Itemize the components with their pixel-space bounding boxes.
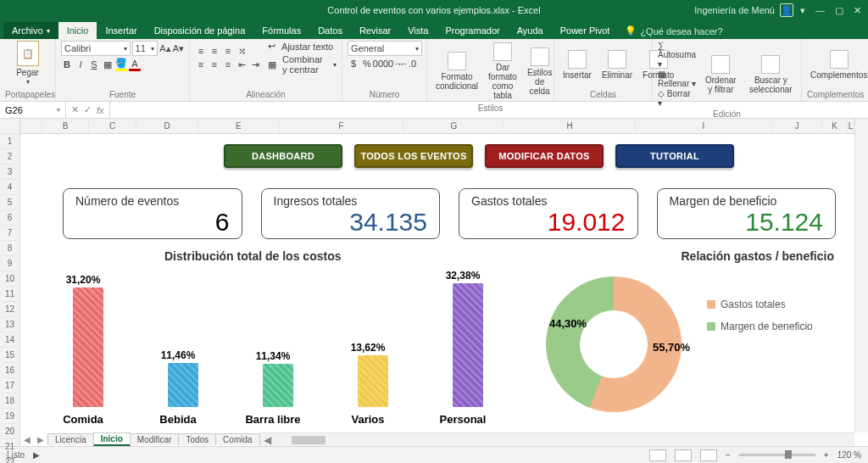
sheet-nav-next[interactable]: ▶ xyxy=(34,435,47,444)
tell-me[interactable]: 💡 ¿Qué desea hacer? xyxy=(618,23,729,39)
align-center-icon[interactable]: ≡ xyxy=(209,59,220,70)
cell-styles-button[interactable]: Estilos de celda xyxy=(524,46,555,98)
thousands-icon[interactable]: 000 xyxy=(375,58,387,70)
col-header[interactable]: K xyxy=(822,119,848,133)
italic-button[interactable]: I xyxy=(75,59,86,70)
tab-file[interactable]: Archivo▾ xyxy=(3,22,58,39)
zoom-out-button[interactable]: − xyxy=(726,450,731,460)
col-header[interactable] xyxy=(20,119,42,133)
percent-icon[interactable]: % xyxy=(361,58,373,70)
sheet-tab-comida[interactable]: Comida xyxy=(215,433,259,445)
nav-tutorial-button[interactable]: TUTORIAL xyxy=(615,144,734,168)
col-header[interactable]: D xyxy=(136,119,198,133)
tab-formulas[interactable]: Fórmulas xyxy=(253,22,309,39)
align-middle-icon[interactable]: ≡ xyxy=(209,45,220,57)
row-header[interactable]: 17 xyxy=(0,378,19,393)
decrease-decimal-icon[interactable]: ←.0 xyxy=(402,58,414,70)
tab-programador[interactable]: Programador xyxy=(437,22,508,39)
tab-datos[interactable]: Datos xyxy=(309,22,351,39)
font-size-combo[interactable]: 11▾ xyxy=(132,41,159,56)
align-right-icon[interactable]: ≡ xyxy=(222,59,234,70)
increase-font-icon[interactable]: A▴ xyxy=(159,42,170,54)
select-all-corner[interactable] xyxy=(0,119,19,134)
sheet-tab-todos[interactable]: Todos xyxy=(178,433,216,445)
ribbon-options-icon[interactable]: ▾ xyxy=(800,5,805,16)
row-header[interactable]: 12 xyxy=(0,302,19,317)
row-header[interactable]: 6 xyxy=(0,210,19,226)
insert-cells-button[interactable]: Insertar xyxy=(559,48,595,81)
align-top-icon[interactable]: ≡ xyxy=(195,45,207,57)
merge-center-button[interactable]: ▦ Combinar y centrar ▾ xyxy=(268,54,337,75)
close-icon[interactable]: ✕ xyxy=(854,5,861,16)
nav-todos-button[interactable]: TODOS LOS EVENTOS xyxy=(354,144,473,168)
tab-insertar[interactable]: Insertar xyxy=(97,22,145,39)
bold-button[interactable]: B xyxy=(61,59,73,70)
tab-vista[interactable]: Vista xyxy=(399,22,437,39)
tab-ayuda[interactable]: Ayuda xyxy=(509,22,552,39)
col-header[interactable]: H xyxy=(504,119,636,133)
tab-inicio[interactable]: Inicio xyxy=(58,22,97,39)
paste-icon[interactable]: 📋 xyxy=(17,41,39,66)
row-header[interactable]: 3 xyxy=(0,165,19,180)
clear-button[interactable]: ◇ Borrar ▾ xyxy=(658,89,696,108)
row-header[interactable]: 10 xyxy=(0,271,19,287)
fill-color-button[interactable]: 🪣 xyxy=(115,58,127,71)
row-header[interactable]: 7 xyxy=(0,226,19,241)
autosum-button[interactable]: ∑ Autosuma ▾ xyxy=(658,41,696,69)
align-bottom-icon[interactable]: ≡ xyxy=(222,45,234,57)
sort-filter-button[interactable]: Ordenar y filtrar xyxy=(701,53,741,96)
row-header[interactable]: 4 xyxy=(0,180,19,195)
orientation-icon[interactable]: ⤭ xyxy=(236,45,248,57)
find-select-button[interactable]: Buscar y seleccionar xyxy=(746,53,796,96)
increase-decimal-icon[interactable]: .0→ xyxy=(388,58,400,70)
nav-modificar-button[interactable]: MODIFICAR DATOS xyxy=(485,144,604,168)
row-headers[interactable]: 12345678910111213141516171819202122 xyxy=(0,119,20,446)
indent-decrease-icon[interactable]: ⇤ xyxy=(236,59,248,70)
border-button[interactable]: ▦ xyxy=(102,59,114,70)
row-header[interactable]: 2 xyxy=(0,149,19,165)
zoom-in-button[interactable]: + xyxy=(824,450,829,460)
row-header[interactable]: 1 xyxy=(0,134,19,149)
col-header[interactable]: F xyxy=(280,119,404,133)
col-header[interactable]: L xyxy=(848,119,854,133)
col-header[interactable]: C xyxy=(89,119,136,133)
row-header[interactable]: 13 xyxy=(0,317,19,332)
wrap-text-button[interactable]: ↩ Ajustar texto xyxy=(268,41,337,52)
nav-dashboard-button[interactable]: DASHBOARD xyxy=(224,144,342,168)
paste-button[interactable]: Pegar▾ xyxy=(13,66,42,88)
row-header[interactable]: 22 xyxy=(0,455,19,463)
number-format-combo[interactable]: General▾ xyxy=(348,41,422,56)
col-header[interactable]: G xyxy=(403,119,504,133)
fill-button[interactable]: ▦ Rellenar ▾ xyxy=(658,70,696,88)
row-header[interactable]: 20 xyxy=(0,424,19,439)
horizontal-scrollbar[interactable]: ◀ xyxy=(260,432,854,446)
sheet-canvas[interactable]: DASHBOARD TODOS LOS EVENTOS MODIFICAR DA… xyxy=(20,134,854,432)
cancel-formula-icon[interactable]: ✕ xyxy=(71,104,79,115)
col-header[interactable]: J xyxy=(772,119,823,133)
name-box[interactable]: G26▾ xyxy=(0,102,66,118)
row-header[interactable]: 5 xyxy=(0,195,19,210)
row-header[interactable]: 16 xyxy=(0,363,19,378)
maximize-icon[interactable]: ▢ xyxy=(835,5,843,16)
currency-icon[interactable]: $ xyxy=(348,58,359,70)
enter-formula-icon[interactable]: ✓ xyxy=(84,104,92,115)
macro-record-icon[interactable]: ▶ xyxy=(33,450,40,460)
row-header[interactable]: 8 xyxy=(0,241,19,256)
tab-revisar[interactable]: Revisar xyxy=(351,22,399,39)
row-header[interactable]: 18 xyxy=(0,393,19,409)
format-as-table-button[interactable]: Dar formato como tabla xyxy=(485,41,520,102)
row-header[interactable]: 9 xyxy=(0,256,19,271)
fx-icon[interactable]: fx xyxy=(97,105,104,115)
row-header[interactable]: 19 xyxy=(0,409,19,424)
sheet-tab-modificar[interactable]: Modificar xyxy=(130,433,180,445)
col-header[interactable]: E xyxy=(198,119,279,133)
indent-increase-icon[interactable]: ⇥ xyxy=(249,59,261,70)
underline-button[interactable]: S xyxy=(88,59,100,70)
delete-cells-button[interactable]: Eliminar xyxy=(598,48,636,81)
col-header[interactable]: B xyxy=(42,119,90,133)
align-left-icon[interactable]: ≡ xyxy=(195,59,207,70)
sheet-nav-prev[interactable]: ◀ xyxy=(20,435,34,444)
col-header[interactable]: I xyxy=(636,119,772,133)
row-header[interactable]: 15 xyxy=(0,348,19,363)
view-normal-button[interactable] xyxy=(649,449,666,461)
